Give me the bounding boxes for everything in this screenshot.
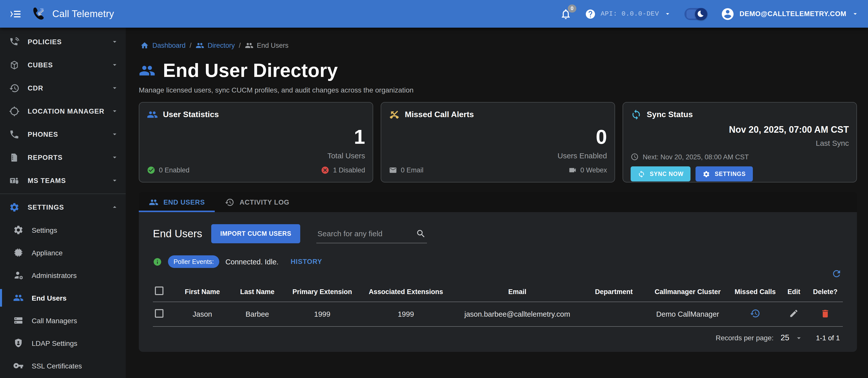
- tab-activity-log[interactable]: ACTIVITY LOG: [215, 192, 300, 212]
- poller-events-chip: Poller Events:: [168, 255, 219, 268]
- import-cucm-users-button[interactable]: IMPORT CUCM USERS: [211, 224, 300, 243]
- top-navbar: Call Telemetry 0 API: 0.0.0-DEV DEMO@CAL…: [0, 0, 868, 28]
- column-edit[interactable]: Edit: [780, 282, 808, 302]
- sidebar-item-label: End Users: [32, 294, 67, 302]
- gear-icon: [13, 225, 24, 235]
- column-primary-extension[interactable]: Primary Extension: [285, 282, 360, 302]
- records-per-page-value[interactable]: 25: [781, 333, 789, 342]
- sidebar-item-policies[interactable]: POLICIES: [0, 30, 126, 53]
- ms-teams-icon: [9, 175, 20, 186]
- column-email[interactable]: Email: [452, 282, 583, 302]
- search-input[interactable]: [317, 229, 416, 238]
- cell-first-name: Jason: [175, 302, 230, 326]
- cell-primary-extension: 1999: [285, 302, 360, 326]
- dark-mode-thumb: [695, 8, 707, 20]
- notifications-badge: 0: [568, 4, 577, 12]
- total-users-label: Total Users: [328, 151, 365, 160]
- sidebar-item-administrators[interactable]: Administrators: [0, 264, 126, 286]
- breadcrumb-separator: /: [239, 42, 241, 49]
- users-enabled-label: Users Enabled: [557, 151, 607, 160]
- navbar-right: 0 API: 0.0.0-DEV DEMO@CALLTELEMETRY.COM: [560, 7, 859, 21]
- next-sync: Next: Nov 20, 2025, 08:00 AM CST: [631, 153, 849, 161]
- breadcrumb-directory[interactable]: Directory: [196, 41, 235, 50]
- notifications-button[interactable]: 0: [560, 8, 572, 20]
- sidebar-item-call-managers[interactable]: Call Managers: [0, 309, 126, 332]
- table-header-row: First Name Last Name Primary Extension A…: [153, 282, 843, 302]
- breadcrumb-dashboard[interactable]: Dashboard: [140, 41, 186, 50]
- sidebar-item-ms-teams[interactable]: MS TEAMS: [0, 169, 126, 192]
- sidebar-item-appliance[interactable]: Appliance: [0, 241, 126, 264]
- poller-status-text: Connected. Idle.: [225, 258, 278, 266]
- delete-trash-icon[interactable]: [820, 308, 830, 318]
- card-sync-status: Sync Status Nov 20, 2025, 07:00 AM CST L…: [623, 102, 857, 183]
- refresh-icon[interactable]: [831, 269, 842, 279]
- breadcrumb-label: End Users: [257, 42, 288, 49]
- user-menu[interactable]: DEMO@CALLTELEMETRY.COM: [720, 7, 859, 21]
- people-icon: [245, 41, 253, 50]
- check-circle-icon: [147, 166, 155, 175]
- sidebar-item-reports[interactable]: REPORTS: [0, 146, 126, 169]
- history-link[interactable]: HISTORY: [291, 258, 322, 265]
- sidebar-item-ssl-certificates[interactable]: SSL Certificates: [0, 354, 126, 377]
- people-icon: [149, 197, 158, 207]
- shield-person-icon: [13, 338, 24, 348]
- column-department[interactable]: Department: [583, 282, 645, 302]
- brand[interactable]: Call Telemetry: [29, 5, 114, 23]
- chip-icon: [13, 247, 24, 258]
- edit-pencil-icon[interactable]: [789, 309, 799, 318]
- gear-icon: [703, 170, 710, 178]
- search-icon[interactable]: [416, 228, 426, 239]
- sync-settings-button[interactable]: SETTINGS: [696, 166, 753, 182]
- card-title: Sync Status: [647, 110, 693, 119]
- sidebar-toggle-icon[interactable]: [9, 7, 22, 20]
- people-icon: [147, 109, 158, 120]
- dark-mode-toggle[interactable]: [684, 8, 707, 20]
- sidebar-item-end-users[interactable]: End Users: [0, 286, 126, 309]
- table-row: Jason Barbee 1999 1999 jason.barbee@call…: [153, 302, 843, 326]
- tab-end-users[interactable]: END USERS: [139, 192, 215, 212]
- column-delete[interactable]: Delete?: [808, 282, 843, 302]
- home-icon: [140, 41, 149, 50]
- chevron-down-icon[interactable]: [794, 334, 803, 342]
- list-header: End Users IMPORT CUCM USERS: [153, 224, 843, 243]
- tab-bar: END USERS ACTIVITY LOG: [139, 192, 857, 212]
- missed-calls-history-icon[interactable]: [750, 308, 761, 319]
- sidebar-item-cubes[interactable]: CUBES: [0, 53, 126, 76]
- disabled-count: 1 Disabled: [321, 166, 365, 175]
- phone-icon: [9, 129, 20, 139]
- end-users-panel: END USERS ACTIVITY LOG End Users IMPORT …: [139, 192, 857, 352]
- column-last-name[interactable]: Last Name: [230, 282, 285, 302]
- sidebar-item-label: Administrators: [32, 271, 77, 279]
- sidebar-item-phones[interactable]: PHONES: [0, 123, 126, 146]
- list-title: End Users: [153, 228, 202, 240]
- help-icon: [585, 8, 596, 19]
- breadcrumb: Dashboard / Directory / End Users: [140, 41, 857, 50]
- row-checkbox[interactable]: [155, 309, 163, 318]
- column-associated-extensions[interactable]: Associated Extensions: [360, 282, 452, 302]
- select-all-checkbox[interactable]: [155, 286, 163, 295]
- gear-icon: [9, 202, 20, 212]
- people-icon: [13, 292, 24, 303]
- sidebar-item-label: POLICIES: [28, 38, 111, 45]
- sidebar-item-cdr[interactable]: CDR: [0, 76, 126, 99]
- api-version-menu[interactable]: API: 0.0.0-DEV: [585, 8, 671, 19]
- column-first-name[interactable]: First Name: [175, 282, 230, 302]
- disabled-label: 1 Disabled: [333, 166, 365, 174]
- sidebar-item-ldap-settings[interactable]: LDAP Settings: [0, 332, 126, 354]
- sidebar-item-settings-group[interactable]: SETTINGS: [0, 195, 126, 219]
- sidebar-item-settings[interactable]: Settings: [0, 219, 126, 241]
- chevron-down-icon: [851, 10, 859, 18]
- card-title-row: Sync Status: [631, 109, 849, 120]
- location-crosshair-icon: [9, 106, 20, 116]
- sidebar-item-label: PHONES: [28, 130, 111, 138]
- column-callmanager-cluster[interactable]: Callmanager Cluster: [645, 282, 730, 302]
- card-footer: 0 Enabled 1 Disabled: [147, 166, 365, 176]
- sync-now-button[interactable]: SYNC NOW: [631, 166, 691, 182]
- tab-label: ACTIVITY LOG: [240, 198, 289, 206]
- page-subtitle: Manage licensed users, sync CUCM profile…: [139, 86, 857, 94]
- next-sync-label: Next: Nov 20, 2025, 08:00 AM CST: [643, 153, 749, 161]
- sync-icon: [638, 170, 645, 178]
- sidebar-item-location-manager[interactable]: LOCATION MANAGER: [0, 99, 126, 123]
- sidebar-item-label: Call Managers: [32, 316, 77, 324]
- column-missed-calls[interactable]: Missed Calls: [730, 282, 780, 302]
